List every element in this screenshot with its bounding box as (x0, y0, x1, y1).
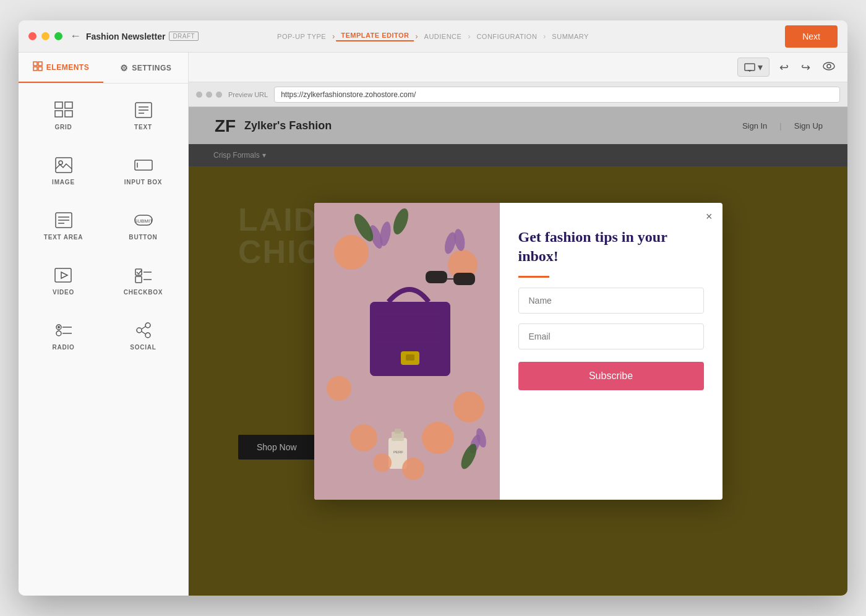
video-icon (54, 267, 73, 284)
popup-title: Get fashion tips in your inbox! (518, 228, 704, 266)
svg-rect-62 (426, 271, 447, 283)
browser-bar: Preview URL https://zylkerfashionstore.z… (189, 82, 847, 107)
element-image[interactable]: IMAGE (24, 143, 103, 199)
undo-button[interactable]: ↩ (777, 58, 791, 77)
back-arrow-icon[interactable]: ← (70, 30, 81, 43)
redo-button[interactable]: ↪ (799, 58, 813, 77)
popup-name-input[interactable] (518, 288, 704, 314)
svg-point-42 (823, 62, 834, 70)
minimize-window-button[interactable] (41, 32, 49, 40)
video-label: VIDEO (53, 289, 74, 296)
grid-icon (54, 101, 73, 119)
next-button[interactable]: Next (785, 25, 838, 48)
step-audience[interactable]: AUDIENCE (419, 33, 467, 40)
popup-email-input[interactable] (518, 323, 704, 349)
svg-rect-63 (453, 273, 475, 285)
image-label: IMAGE (52, 179, 75, 186)
svg-marker-24 (61, 272, 67, 278)
browser-dot-2 (206, 92, 212, 98)
image-icon (54, 156, 73, 174)
svg-point-52 (327, 376, 351, 401)
button-label: BUTTON (129, 234, 157, 241)
social-icon (134, 322, 153, 339)
popup-close-button[interactable]: × (706, 210, 713, 223)
title-bar: ← Fashion Newsletter DRAFT POP-UP TYPE ›… (19, 20, 847, 53)
text-icon (134, 101, 153, 119)
element-video[interactable]: VIDEO (24, 254, 103, 309)
svg-rect-1 (38, 62, 42, 66)
svg-point-32 (56, 331, 61, 336)
checkbox-icon (134, 267, 153, 284)
popup-subscribe-button[interactable]: Subscribe (518, 362, 704, 390)
svg-rect-27 (135, 276, 142, 283)
sidebar: ELEMENTS ⚙ SETTINGS (19, 53, 189, 596)
popup-content: × Get fashion tips in your inbox! Subscr… (500, 203, 722, 500)
url-bar[interactable]: https://zylkerfashionstore.zohostore.com… (274, 87, 840, 103)
svg-point-51 (453, 391, 484, 422)
social-label: SOCIAL (130, 344, 156, 351)
main-area: ELEMENTS ⚙ SETTINGS (19, 53, 847, 596)
steps-navigation: POP-UP TYPE › TEMPLATE EDITOR › AUDIENCE… (272, 32, 594, 41)
preview-toolbar: ▾ ↩ ↪ (189, 53, 847, 82)
url-text: https://zylkerfashionstore.zohostore.com… (281, 90, 416, 99)
svg-rect-5 (65, 102, 72, 108)
input-box-label: INPUT BOX (124, 179, 163, 186)
tab-elements[interactable]: ELEMENTS (19, 53, 103, 83)
svg-rect-3 (38, 67, 42, 71)
preview-area: ▾ ↩ ↪ (189, 53, 847, 596)
step-template-editor[interactable]: TEMPLATE EDITOR (336, 32, 414, 41)
svg-rect-75 (395, 429, 401, 434)
svg-text:PERF: PERF (393, 450, 403, 454)
text-label: TEXT (134, 124, 152, 130)
svg-point-77 (402, 458, 424, 480)
app-window: ← Fashion Newsletter DRAFT POP-UP TYPE ›… (19, 20, 847, 596)
svg-point-35 (137, 328, 142, 333)
element-text-area[interactable]: TEXT AREA (24, 199, 103, 254)
svg-rect-7 (65, 111, 72, 117)
svg-rect-2 (33, 67, 37, 71)
svg-rect-4 (55, 102, 62, 108)
tab-settings[interactable]: ⚙ SETTINGS (103, 53, 188, 83)
svg-rect-12 (56, 158, 72, 173)
device-selector[interactable]: ▾ (737, 58, 770, 77)
browser-dot-1 (196, 92, 202, 98)
app-title: Fashion Newsletter (86, 32, 165, 41)
svg-point-49 (422, 422, 454, 454)
svg-text:SUBMIT: SUBMIT (134, 218, 153, 224)
element-social[interactable]: SOCIAL (103, 309, 183, 364)
step-sep-4: › (543, 32, 546, 41)
device-dropdown-icon: ▾ (758, 61, 763, 73)
element-button[interactable]: SUBMIT BUTTON (103, 199, 183, 254)
svg-rect-68 (406, 354, 414, 361)
element-radio[interactable]: RADIO (24, 309, 103, 364)
popup-image: PERF (314, 203, 500, 500)
svg-point-78 (373, 453, 392, 472)
step-summary[interactable]: SUMMARY (547, 33, 594, 40)
close-window-button[interactable] (28, 32, 36, 40)
element-input-box[interactable]: INPUT BOX (103, 143, 183, 199)
text-area-icon (54, 212, 73, 229)
svg-point-50 (350, 424, 377, 451)
button-icon: SUBMIT (134, 212, 153, 229)
maximize-window-button[interactable] (54, 32, 62, 40)
sidebar-tabs: ELEMENTS ⚙ SETTINGS (19, 53, 188, 83)
popup-overlay: PERF × Get fashion tips in your inbox! (189, 107, 847, 596)
element-checkbox[interactable]: CHECKBOX (103, 254, 183, 309)
svg-point-46 (334, 235, 369, 270)
browser-preview: Preview URL https://zylkerfashionstore.z… (189, 82, 847, 596)
preview-button[interactable] (820, 58, 838, 76)
input-box-icon (134, 156, 153, 174)
svg-rect-0 (33, 62, 37, 66)
element-text[interactable]: TEXT (103, 88, 183, 143)
svg-line-38 (142, 332, 145, 334)
elements-grid: GRID TEXT (19, 83, 188, 369)
step-popup-type[interactable]: POP-UP TYPE (272, 33, 331, 40)
radio-icon (54, 322, 73, 339)
element-grid[interactable]: GRID (24, 88, 103, 143)
step-configuration[interactable]: CONFIGURATION (471, 33, 542, 40)
preview-url-label: Preview URL (228, 91, 268, 98)
svg-rect-23 (55, 268, 71, 282)
step-sep-2: › (416, 32, 418, 41)
popup-underline (518, 276, 549, 278)
radio-label: RADIO (52, 344, 74, 351)
